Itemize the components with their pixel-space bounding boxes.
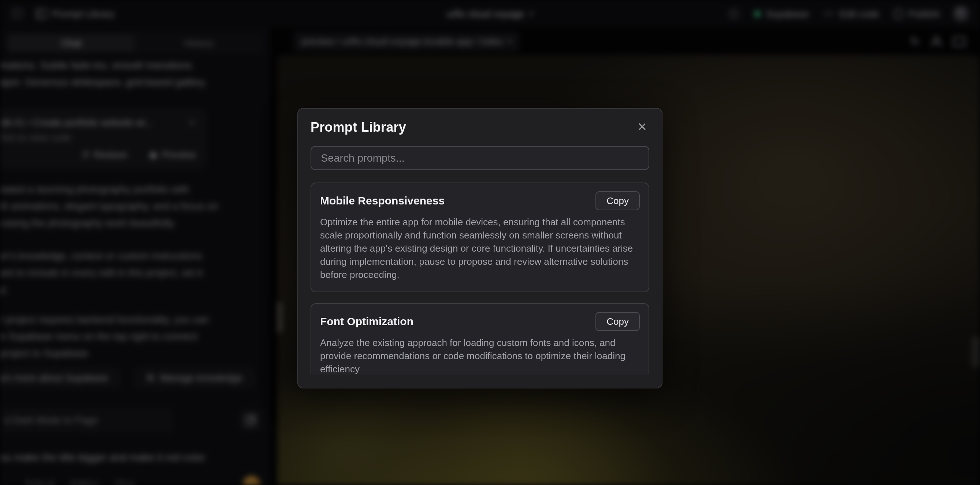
prompt-body: Analyze the existing approach for loadin… (320, 336, 640, 374)
close-icon[interactable]: ✕ (635, 120, 649, 134)
prompt-library-dialog: Prompt Library ✕ Mobile Responsiveness C… (298, 108, 662, 388)
copy-button[interactable]: Copy (595, 191, 640, 210)
prompt-title: Mobile Responsiveness (320, 195, 445, 207)
prompt-body: Optimize the entire app for mobile devic… (320, 216, 640, 281)
search-input[interactable] (310, 146, 649, 170)
prompt-title: Font Optimization (320, 315, 414, 328)
prompt-card: Font Optimization Copy Analyze the exist… (310, 303, 649, 374)
prompt-card: Mobile Responsiveness Copy Optimize the … (310, 182, 649, 292)
dialog-title: Prompt Library (310, 120, 406, 135)
copy-button[interactable]: Copy (595, 312, 640, 331)
prompt-list: Mobile Responsiveness Copy Optimize the … (310, 182, 649, 374)
